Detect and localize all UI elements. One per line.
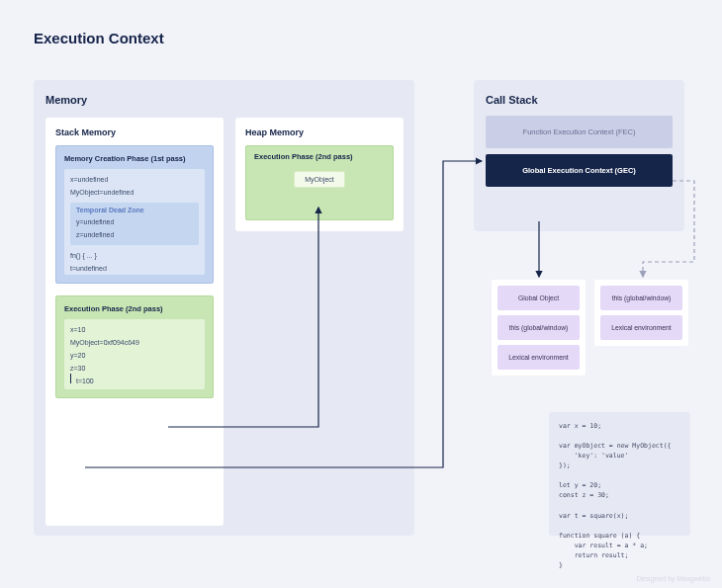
gec-box: Global Execution Context (GEC)	[486, 154, 673, 187]
heap-execution-header: Execution Phase (2nd pass)	[254, 152, 385, 161]
gec-slot: Lexical environment	[497, 345, 580, 370]
gec-breakdown-card: Global Object this (global/window) Lexic…	[492, 280, 586, 376]
tdz-header: Temporal Dead Zone	[76, 207, 193, 213]
stack-memory-panel: Stack Memory Memory Creation Phase (1st …	[45, 118, 224, 526]
page-title: Execution Context	[34, 30, 164, 46]
heap-execution-box: Execution Phase (2nd pass) MyObject	[245, 145, 394, 220]
fec-slot: this (global/window)	[600, 286, 682, 310]
heap-memory-panel: Heap Memory Execution Phase (2nd pass) M…	[235, 118, 404, 231]
var-line: fn() { ... }	[70, 249, 199, 262]
exec-line: z=30	[70, 362, 199, 375]
var-line: MyObject=undefined	[70, 186, 199, 199]
creation-phase-header: Memory Creation Phase (1st pass)	[64, 154, 205, 163]
fec-box: Function Execution Context (FEC)	[486, 116, 673, 148]
exec-line-current: t=100	[70, 375, 199, 387]
creation-phase-box: Memory Creation Phase (1st pass) x=undef…	[55, 145, 214, 284]
heap-memory-label: Heap Memory	[245, 127, 394, 137]
code-panel: var x = 10; var myObject = new MyObject(…	[549, 412, 690, 536]
callstack-panel: Call Stack Function Execution Context (F…	[474, 80, 684, 231]
creation-var-list: x=undefined MyObject=undefined Temporal …	[64, 169, 205, 275]
execution-var-list: x=10 MyObject=0xf094c649 y=20 z=30 t=100	[64, 319, 205, 389]
gec-slot: this (global/window)	[497, 315, 580, 340]
temporal-dead-zone: Temporal Dead Zone y=undefined z=undefin…	[70, 203, 199, 245]
var-line: y=undefined	[76, 215, 193, 228]
memory-panel: Memory Stack Memory Memory Creation Phas…	[34, 80, 414, 536]
var-line: x=undefined	[70, 173, 199, 186]
execution-phase-header: Execution Phase (2nd pass)	[64, 304, 205, 313]
credit-label: Designed by Maxgwebs	[637, 575, 710, 582]
callstack-label: Call Stack	[486, 94, 673, 106]
var-line: z=undefined	[76, 228, 193, 241]
fec-slot: Lexical environment	[600, 315, 682, 340]
execution-phase-box: Execution Phase (2nd pass) x=10 MyObject…	[55, 295, 214, 398]
var-line: t=undefined	[70, 262, 199, 275]
exec-line: MyObject=0xf094c649	[70, 336, 199, 349]
exec-line: y=20	[70, 349, 199, 362]
stack-memory-label: Stack Memory	[55, 127, 214, 137]
fec-breakdown-card: this (global/window) Lexical environment	[594, 280, 688, 346]
heap-object-chip: MyObject	[294, 171, 345, 188]
memory-label: Memory	[45, 94, 403, 106]
exec-line: x=10	[70, 323, 199, 336]
gec-slot: Global Object	[497, 286, 580, 310]
